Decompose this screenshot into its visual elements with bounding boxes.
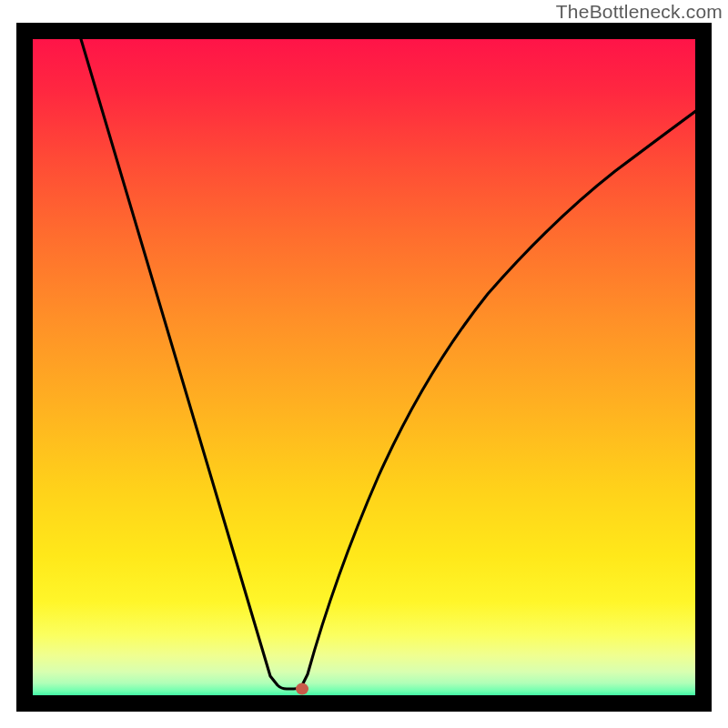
plot-inner: [33, 39, 695, 695]
plot-frame: [16, 23, 712, 712]
optimum-marker: [296, 683, 308, 695]
attribution-label: TheBottleneck.com: [556, 1, 723, 23]
chart-container: TheBottleneck.com: [0, 0, 728, 728]
bottleneck-curve: [33, 39, 695, 695]
